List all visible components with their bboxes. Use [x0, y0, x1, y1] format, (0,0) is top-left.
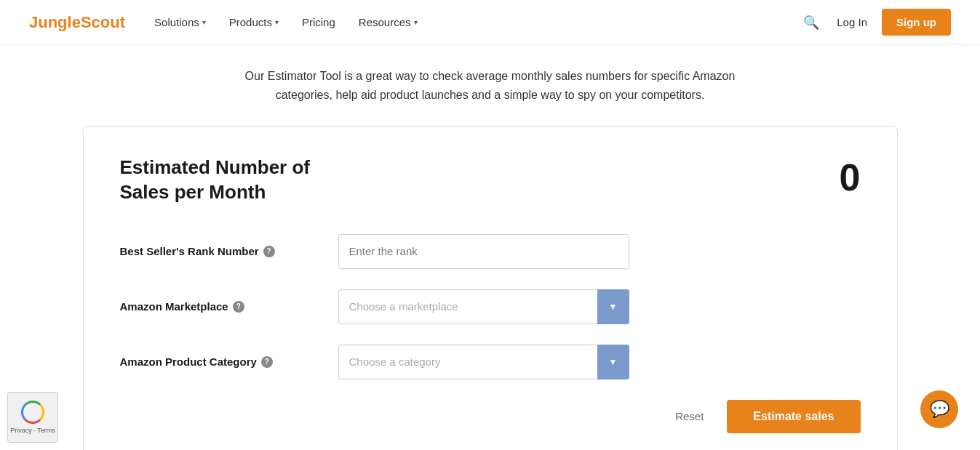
- nav-products[interactable]: Products ▾: [229, 16, 279, 28]
- recaptcha-widget: Privacy · Terms: [7, 392, 58, 443]
- chat-icon: 💬: [930, 400, 949, 419]
- sales-number: 0: [840, 156, 861, 199]
- nav-resources[interactable]: Resources ▾: [359, 16, 418, 28]
- rank-input[interactable]: [338, 234, 629, 269]
- recaptcha-privacy: Privacy · Terms: [10, 427, 55, 434]
- login-button[interactable]: Log In: [837, 16, 867, 28]
- signup-button[interactable]: Sign up: [882, 9, 951, 36]
- marketplace-help-icon[interactable]: ?: [233, 301, 244, 313]
- chevron-down-icon: ▾: [414, 18, 418, 26]
- chat-button[interactable]: 💬: [920, 390, 958, 428]
- rank-help-icon[interactable]: ?: [263, 246, 275, 257]
- card-title: Estimated Number of Sales per Month: [120, 156, 338, 205]
- chevron-down-icon: ▾: [202, 18, 206, 26]
- category-row: Amazon Product Category ? Choose a categ…: [120, 345, 861, 379]
- category-select[interactable]: Choose a category: [338, 345, 629, 379]
- category-select-wrapper: Choose a category: [338, 345, 629, 379]
- nav-links: Solutions ▾ Products ▾ Pricing Resources…: [154, 16, 800, 28]
- estimator-card: Estimated Number of Sales per Month 0 Be…: [83, 126, 898, 450]
- nav-pricing[interactable]: Pricing: [302, 16, 335, 28]
- marketplace-select[interactable]: Choose a marketplace: [338, 289, 629, 324]
- nav-solutions[interactable]: Solutions ▾: [154, 16, 206, 28]
- main-container: Estimated Number of Sales per Month 0 Be…: [68, 126, 912, 450]
- category-label: Amazon Product Category ?: [120, 355, 324, 368]
- navbar: JungleScout Solutions ▾ Products ▾ Prici…: [0, 0, 980, 45]
- form-actions: Reset Estimate sales: [120, 400, 861, 433]
- estimate-button[interactable]: Estimate sales: [727, 400, 860, 433]
- rank-label: Best Seller's Rank Number ?: [120, 245, 324, 257]
- card-header: Estimated Number of Sales per Month 0: [120, 156, 861, 205]
- hero-description: Our Estimator Tool is a great way to che…: [221, 67, 760, 104]
- recaptcha-logo: [21, 401, 44, 424]
- nav-actions: 🔍 Log In Sign up: [800, 9, 951, 36]
- reset-button[interactable]: Reset: [664, 403, 715, 430]
- rank-row: Best Seller's Rank Number ?: [120, 234, 861, 269]
- logo-orange: Scout: [81, 13, 125, 31]
- marketplace-select-wrapper: Choose a marketplace: [338, 289, 629, 324]
- hero-text: Our Estimator Tool is a great way to che…: [207, 45, 774, 118]
- logo-black: Jungle: [29, 13, 81, 31]
- chevron-down-icon: ▾: [275, 18, 279, 26]
- marketplace-row: Amazon Marketplace ? Choose a marketplac…: [120, 289, 861, 324]
- category-help-icon[interactable]: ?: [261, 356, 273, 368]
- logo: JungleScout: [29, 13, 125, 32]
- marketplace-label: Amazon Marketplace ?: [120, 300, 324, 313]
- search-button[interactable]: 🔍: [800, 12, 822, 33]
